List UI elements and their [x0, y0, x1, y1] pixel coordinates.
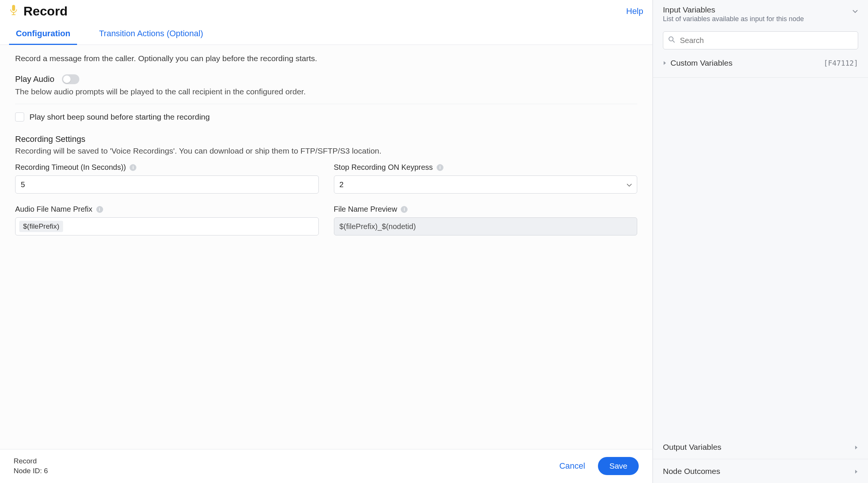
main-pane: Record Help Configuration Transition Act… [0, 0, 653, 483]
toggle-knob [63, 75, 71, 83]
stopkey-field: Stop Recording ON Keypress i 2 [334, 163, 638, 194]
info-icon[interactable]: i [401, 206, 408, 213]
stopkey-label-row: Stop Recording ON Keypress i [334, 163, 638, 172]
prefix-field: Audio File Name Prefix i $(filePrefix) [15, 205, 319, 235]
play-audio-header: Play Audio [15, 74, 637, 84]
footer: Record Node ID: 6 Cancel Save [0, 449, 652, 483]
page-title: Record [23, 4, 68, 18]
tabs: Configuration Transition Actions (Option… [0, 24, 652, 45]
node-outcomes-panel: Node Outcomes [653, 459, 868, 483]
prefix-label: Audio File Name Prefix [15, 205, 93, 214]
beep-row: Play short beep sound before starting th… [15, 112, 637, 122]
preview-label: File Name Preview [334, 205, 397, 214]
output-variables-panel: Output Variables [653, 435, 868, 459]
timeout-label-row: Recording Timeout (In Seconds)) i [15, 163, 319, 172]
footer-node-id: Node ID: 6 [14, 466, 48, 476]
stopkey-select[interactable]: 2 [334, 175, 638, 194]
input-variables-sub: List of variables available as input for… [663, 15, 804, 23]
stopkey-label: Stop Recording ON Keypress [334, 163, 433, 172]
info-icon[interactable]: i [130, 164, 136, 171]
search-icon [668, 36, 675, 45]
prefix-label-row: Audio File Name Prefix i [15, 205, 319, 214]
recording-grid: Recording Timeout (In Seconds)) i Stop R… [15, 163, 637, 235]
custom-variables-toggle[interactable]: Custom Variables [663, 58, 732, 68]
play-audio-title: Play Audio [15, 74, 54, 84]
search-input[interactable] [663, 31, 858, 49]
sidebar-spacer [653, 78, 868, 435]
info-icon[interactable]: i [437, 164, 443, 171]
footer-actions: Cancel Save [559, 457, 639, 475]
beep-checkbox[interactable] [15, 112, 24, 122]
save-button[interactable]: Save [598, 457, 639, 475]
custom-variables-tag: [F47112] [823, 59, 858, 67]
chevron-right-icon [854, 443, 858, 452]
timeout-input[interactable] [15, 175, 319, 194]
output-variables-header[interactable]: Output Variables [653, 435, 868, 459]
output-variables-title: Output Variables [663, 443, 721, 452]
input-variables-header[interactable]: Input Variables List of variables availa… [653, 0, 868, 27]
header: Record Help [0, 0, 652, 20]
cancel-button[interactable]: Cancel [559, 461, 585, 471]
stopkey-select-wrap: 2 [334, 175, 638, 194]
content-area: Record a message from the caller. Option… [0, 45, 652, 449]
tab-transition-actions[interactable]: Transition Actions (Optional) [92, 24, 210, 45]
prefix-input[interactable]: $(filePrefix) [15, 217, 319, 235]
recording-settings-title: Recording Settings [15, 134, 637, 144]
custom-variables-row: Custom Variables [F47112] [663, 56, 858, 70]
node-outcomes-header[interactable]: Node Outcomes [653, 459, 868, 483]
timeout-label: Recording Timeout (In Seconds)) [15, 163, 126, 172]
svg-rect-0 [12, 5, 15, 11]
divider [15, 104, 637, 104]
beep-label: Play short beep sound before starting th… [29, 112, 210, 122]
preview-value: $(filePrefix)_$(nodetid) [334, 217, 638, 235]
footer-node-name: Record [14, 456, 48, 466]
tab-configuration[interactable]: Configuration [9, 24, 77, 45]
custom-variables-label: Custom Variables [670, 58, 732, 68]
search-wrap [663, 31, 858, 49]
play-audio-desc: The below audio prompts will be played t… [15, 87, 637, 96]
chevron-down-icon [852, 7, 858, 15]
microphone-icon [9, 5, 18, 18]
chevron-right-icon [663, 58, 667, 68]
input-variables-body: Custom Variables [F47112] [653, 27, 868, 77]
recording-settings-desc: Recording will be saved to 'Voice Record… [15, 146, 637, 155]
prefix-token: $(filePrefix) [19, 221, 63, 232]
input-variables-title: Input Variables [663, 5, 804, 14]
preview-field: File Name Preview i $(filePrefix)_$(node… [334, 205, 638, 235]
node-outcomes-title: Node Outcomes [663, 467, 720, 476]
chevron-right-icon [854, 468, 858, 476]
timeout-field: Recording Timeout (In Seconds)) i [15, 163, 319, 194]
header-left: Record [9, 4, 68, 18]
preview-label-row: File Name Preview i [334, 205, 638, 214]
input-variables-panel: Input Variables List of variables availa… [653, 0, 868, 78]
intro-text: Record a message from the caller. Option… [15, 54, 637, 63]
svg-point-3 [669, 37, 673, 41]
info-icon[interactable]: i [96, 206, 103, 213]
help-link[interactable]: Help [626, 6, 643, 16]
svg-line-4 [673, 41, 675, 43]
play-audio-toggle[interactable] [62, 74, 79, 84]
input-variables-header-text: Input Variables List of variables availa… [663, 5, 804, 23]
footer-info: Record Node ID: 6 [14, 456, 48, 476]
sidebar: Input Variables List of variables availa… [653, 0, 868, 483]
